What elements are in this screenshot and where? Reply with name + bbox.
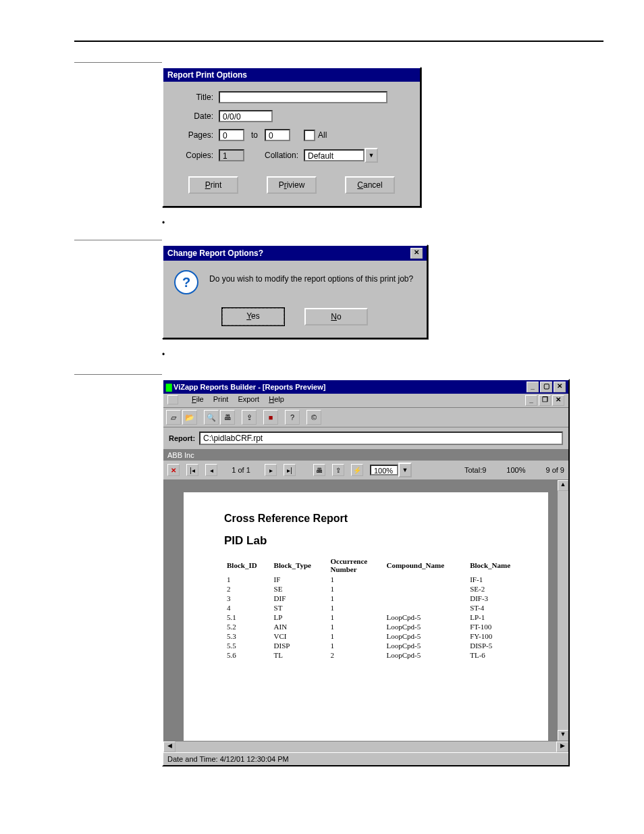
change-report-dialog: Change Report Options? ✕ ? Do you wish t… xyxy=(162,244,428,339)
figure-caption-rule-2 xyxy=(74,240,162,240)
copies-input[interactable]: 1 xyxy=(219,149,244,161)
col-block-name: Block_Name xyxy=(467,556,528,575)
chevron-down-icon[interactable]: ▼ xyxy=(398,463,412,477)
status-bar: Date and Time: 4/12/01 12:30:04 PM xyxy=(163,752,568,765)
figure-caption-rule-3 xyxy=(74,374,162,375)
nav-refresh-icon[interactable]: ⚡ xyxy=(351,464,363,476)
table-row: 5.6TL2LoopCpd-5TL-6 xyxy=(224,650,528,660)
copies-label: Copies: xyxy=(174,151,213,160)
scroll-right-icon[interactable]: ▶ xyxy=(556,741,568,752)
print-options-dialog: Report Print Options Title: Date: 0/0/0 … xyxy=(162,67,421,207)
pages-label: Pages: xyxy=(174,130,213,140)
title-input[interactable] xyxy=(219,91,387,103)
export-icon[interactable]: ⇪ xyxy=(242,410,257,425)
all-checkbox[interactable] xyxy=(304,130,315,141)
nav-export-icon[interactable]: ⇪ xyxy=(332,464,344,476)
yes-button[interactable]: Yes xyxy=(222,308,284,325)
minimize-icon[interactable]: _ xyxy=(527,382,539,392)
question-icon: ? xyxy=(174,270,198,294)
help-icon[interactable]: ? xyxy=(285,410,300,425)
to-label: to xyxy=(251,130,258,140)
zoom-value: 100% xyxy=(370,465,398,475)
table-row: 1IF1IF-1 xyxy=(224,575,528,584)
print-dialog-title: Report Print Options xyxy=(163,68,420,82)
new-icon[interactable]: ▱ xyxy=(166,410,181,425)
collation-dropdown[interactable]: Default ▼ xyxy=(304,148,378,163)
scroll-down-icon[interactable]: ▼ xyxy=(558,730,568,741)
stop-icon[interactable]: ■ xyxy=(263,410,278,425)
nav-bar: ✕ |◂ ◂ 1 of 1 ▸ ▸| 🖶 ⇪ ⚡ 100% ▼ Total:9 … xyxy=(163,461,568,480)
reports-builder-window: ▇ ViZapp Reports Builder - [Reports Prev… xyxy=(162,379,570,766)
company-bar: ABB Inc xyxy=(163,450,568,461)
menu-bar: File Print Export Help _ ❐ ✕ xyxy=(163,394,568,408)
report-path-input[interactable]: C:\pidlabCRF.rpt xyxy=(199,432,563,445)
close-icon[interactable]: ✕ xyxy=(554,382,566,392)
report-page: Cross Reference Report PID Lab Block_ID … xyxy=(184,492,548,741)
menu-help[interactable]: Help xyxy=(269,395,284,406)
date-label: Date: xyxy=(174,111,213,121)
nav-count: 9 of 9 xyxy=(545,466,564,474)
bullet-icon: • xyxy=(162,218,176,228)
cancel-button[interactable]: Cancel xyxy=(345,176,395,194)
about-icon[interactable]: © xyxy=(306,410,321,425)
table-row: 2SE1SE-2 xyxy=(224,584,528,594)
preview-icon[interactable]: 🔍 xyxy=(204,410,219,425)
menu-file[interactable]: File xyxy=(192,395,204,406)
nav-print-icon[interactable]: 🖶 xyxy=(313,464,325,476)
mdi-close-icon[interactable]: ✕ xyxy=(552,395,564,406)
report-label: Report: xyxy=(169,434,195,442)
table-row: 5.3VCI1LoopCpd-5FY-100 xyxy=(224,631,528,641)
app-icon: ▇ xyxy=(166,383,171,391)
collation-label: Collation: xyxy=(265,151,298,160)
nav-last-icon[interactable]: ▸| xyxy=(284,464,296,476)
mdi-minimize-icon[interactable]: _ xyxy=(525,395,537,406)
nav-page: 1 of 1 xyxy=(224,466,258,474)
table-row: 5.2AIN1LoopCpd-5FT-100 xyxy=(224,622,528,631)
horizontal-scrollbar[interactable]: ◀ ▶ xyxy=(163,741,568,752)
menu-export[interactable]: Export xyxy=(238,395,259,406)
print-button[interactable]: Print xyxy=(188,176,238,194)
figure-caption-rule-1 xyxy=(74,62,162,63)
table-row: 5.1LP1LoopCpd-5LP-1 xyxy=(224,613,528,622)
change-dialog-title: Change Report Options? xyxy=(167,249,263,258)
open-icon[interactable]: 📂 xyxy=(182,410,197,425)
page-to-input[interactable]: 0 xyxy=(265,129,290,141)
col-block-id: Block_ID xyxy=(224,556,271,575)
all-label: All xyxy=(318,130,327,140)
nav-total: Total:9 xyxy=(464,466,486,474)
scroll-left-icon[interactable]: ◀ xyxy=(163,741,176,752)
bullet-icon: • xyxy=(162,350,176,359)
col-occurrence: OccurrenceNumber xyxy=(327,556,383,575)
table-row: 5.5DISP1LoopCpd-5DISP-5 xyxy=(224,641,528,650)
table-row: 3DIF1DIF-3 xyxy=(224,594,528,603)
zoom-dropdown[interactable]: 100% ▼ xyxy=(370,463,412,477)
nav-first-icon[interactable]: |◂ xyxy=(186,464,198,476)
change-dialog-message: Do you wish to modify the report options… xyxy=(209,270,413,284)
date-input[interactable]: 0/0/0 xyxy=(219,110,273,122)
no-button[interactable]: No xyxy=(304,308,368,325)
nav-next-icon[interactable]: ▸ xyxy=(265,464,277,476)
nav-close-icon[interactable]: ✕ xyxy=(167,464,180,476)
page-from-input[interactable]: 0 xyxy=(219,129,244,141)
vertical-scrollbar[interactable]: ▲ ▼ xyxy=(557,480,568,741)
app-title: ViZapp Reports Builder - [Reports Previe… xyxy=(173,383,325,391)
title-label: Title: xyxy=(174,93,213,102)
scroll-up-icon[interactable]: ▲ xyxy=(558,480,568,491)
close-icon[interactable]: ✕ xyxy=(410,248,423,259)
mdi-icon[interactable] xyxy=(167,395,178,405)
report-subheading: PID Lab xyxy=(224,534,528,548)
menu-print[interactable]: Print xyxy=(213,395,229,406)
toolbar: ▱ 📂 🔍 🖶 ⇪ ■ ? © xyxy=(163,408,568,427)
report-heading: Cross Reference Report xyxy=(224,513,528,525)
mdi-restore-icon[interactable]: ❐ xyxy=(539,395,551,406)
chevron-down-icon[interactable]: ▼ xyxy=(365,148,378,163)
col-block-type: Block_Type xyxy=(271,556,328,575)
top-rule xyxy=(74,41,603,42)
print-icon[interactable]: 🖶 xyxy=(220,410,235,425)
preview-button[interactable]: Priview xyxy=(267,176,317,194)
nav-prev-icon[interactable]: ◂ xyxy=(205,464,217,476)
collation-value: Default xyxy=(304,149,365,161)
maximize-icon[interactable]: ▢ xyxy=(540,382,552,392)
nav-pct: 100% xyxy=(506,466,525,474)
document-viewport: Cross Reference Report PID Lab Block_ID … xyxy=(163,480,568,741)
